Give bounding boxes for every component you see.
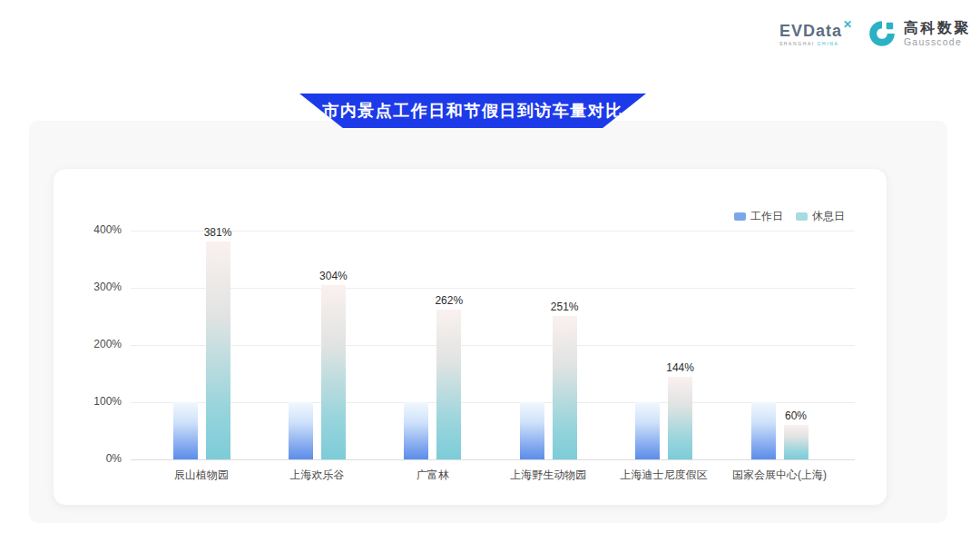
y-axis-tick: 200% [54,338,122,350]
page: EVData ✕ SHANGHAI CHINA 高科数聚 Gausscode 市… [0,0,980,552]
page-title: 市内景点工作日和节假日到访车量对比 [322,100,623,122]
bar-workday[interactable] [173,402,198,459]
bar-restday[interactable] [553,316,577,459]
bar-workday[interactable] [520,402,544,459]
bar-restday[interactable] [668,377,692,459]
bar-restday[interactable] [436,310,461,459]
chart-card: 工作日休息日 0%100%200%300%400%381%辰山植物园304%上海… [53,168,887,506]
y-axis-tick: 300% [54,281,122,293]
gausscode-en: Gausscode [904,36,971,47]
gausscode-text: 高科数聚 Gausscode [904,20,971,47]
bar-workday[interactable] [404,402,428,459]
gausscode-g-icon [867,18,897,49]
x-axis-label: 国家会展中心(上海) [711,468,848,483]
y-axis-tick: 100% [54,395,122,408]
gridline [131,402,855,403]
evdata-logo: EVData ✕ SHANGHAI CHINA [779,22,852,46]
bar-value-label: 251% [537,301,592,313]
bar-restday[interactable] [206,242,230,459]
y-axis-tick: 0% [54,452,122,465]
bar-restday[interactable] [784,425,808,459]
gausscode-cn: 高科数聚 [904,20,971,36]
gausscode-logo: 高科数聚 Gausscode [867,18,971,49]
bar-workday[interactable] [289,402,313,459]
bar-workday[interactable] [635,402,660,459]
bar-value-label: 144% [653,361,708,374]
evdata-wordmark: EVData [779,22,842,40]
bar-value-label: 381% [191,226,245,239]
bar-value-label: 304% [306,270,360,282]
evdata-subtext: SHANGHAI CHINA [779,41,838,46]
brand-logos: EVData ✕ SHANGHAI CHINA 高科数聚 Gausscode [779,18,971,49]
gridline [131,345,855,346]
bar-restday[interactable] [321,285,346,459]
evdata-x-icon: ✕ [843,18,852,31]
y-axis-tick: 400% [54,223,122,236]
bar-value-label: 60% [769,409,823,422]
x-axis-line [131,459,855,460]
title-banner: 市内景点工作日和节假日到访车量对比 [299,94,646,128]
bar-chart: 0%100%200%300%400%381%辰山植物园304%上海欢乐谷262%… [54,169,887,505]
gridline [131,288,855,289]
bar-value-label: 262% [422,294,476,307]
